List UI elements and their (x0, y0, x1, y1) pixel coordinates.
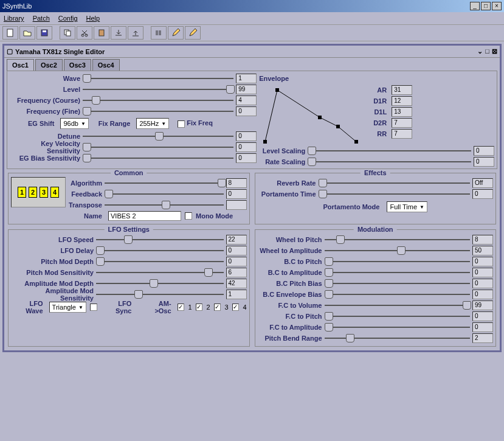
algo-label: Algorithm (68, 179, 105, 187)
fixrange-combo[interactable]: 255Hz (136, 118, 169, 129)
toolbar (0, 24, 504, 41)
d1r-value[interactable]: 12 (392, 96, 412, 106)
app-title: JSynthLib (2, 2, 32, 10)
feedback-slider[interactable] (105, 190, 224, 198)
algorithm-diagram: 1234 (11, 177, 66, 207)
level-slider[interactable] (83, 85, 233, 94)
lfodelay-slider[interactable] (96, 246, 224, 255)
edit-icon[interactable] (168, 26, 184, 40)
menu-patch[interactable]: Patch (33, 15, 50, 22)
menu-config[interactable]: Config (58, 15, 78, 22)
lvlscale-slider[interactable] (308, 147, 471, 155)
lfosync-checkbox[interactable] (90, 304, 97, 311)
import-icon[interactable] (111, 26, 126, 40)
name-label: Name (68, 212, 105, 220)
new-icon[interactable] (2, 26, 18, 40)
porta-slider[interactable] (319, 190, 471, 198)
ar-label: AR (371, 86, 389, 94)
pms-slider[interactable] (96, 268, 224, 277)
section-common: Common 1234 Algorithm8 Feedback0 Transpo… (8, 173, 250, 224)
minimize-button[interactable]: _ (470, 2, 480, 10)
wp-slider[interactable] (325, 235, 471, 244)
bca-label: B.C to Amplitude (258, 269, 325, 276)
lfospeed-slider[interactable] (96, 235, 224, 244)
transpose-slider[interactable] (105, 201, 224, 209)
algo-value: 8 (226, 178, 247, 188)
algo-slider[interactable] (105, 179, 224, 187)
lfospeed-value: 22 (226, 235, 247, 245)
amd-value: 42 (226, 279, 247, 288)
pbr-slider[interactable] (325, 334, 471, 342)
iconify-icon[interactable]: ⌄ (477, 47, 483, 55)
fca-label: F.C to Amplitude (258, 324, 325, 331)
am3-checkbox[interactable] (214, 304, 221, 311)
svg-rect-7 (99, 30, 104, 36)
menu-help[interactable]: Help (86, 15, 100, 22)
play-icon[interactable] (151, 26, 167, 40)
ams-slider[interactable] (96, 290, 224, 299)
egbs-slider[interactable] (83, 154, 233, 162)
close-button[interactable]: × (492, 2, 502, 10)
rr-value[interactable]: 7 (392, 129, 412, 139)
bcp-value: 0 (472, 257, 493, 266)
menubar: Library Patch Config Help (0, 12, 504, 24)
am2-checkbox[interactable] (196, 304, 203, 311)
egshift-combo[interactable]: 96db (60, 118, 88, 129)
mono-checkbox[interactable] (185, 212, 192, 220)
pbr-value: 2 (472, 333, 493, 343)
svg-rect-2 (43, 30, 46, 32)
tab-osc4[interactable]: Osc4 (92, 59, 120, 71)
wa-slider[interactable] (325, 246, 471, 255)
bcpb-slider[interactable] (325, 279, 471, 288)
svg-rect-10 (318, 116, 322, 119)
detune-slider[interactable] (83, 132, 233, 141)
wave-slider[interactable] (83, 74, 233, 83)
bcp-slider[interactable] (325, 257, 471, 266)
wp-label: Wheel to Pitch (258, 236, 325, 243)
ratescale-slider[interactable] (308, 158, 471, 166)
d2r-value[interactable]: 7 (392, 118, 412, 128)
d1l-label: D1L (371, 108, 389, 116)
maximize-icon[interactable]: □ (485, 47, 489, 55)
open-icon[interactable] (19, 26, 35, 40)
fca-slider[interactable] (325, 323, 471, 332)
detune-value: 0 (236, 131, 257, 141)
close-icon[interactable]: ⊠ (492, 47, 497, 55)
level-label: Level (10, 86, 83, 93)
tab-osc1[interactable]: Osc1 (7, 59, 34, 71)
osc-tabs: Osc1 Osc2 Osc3 Osc4 (4, 58, 500, 71)
amd-slider[interactable] (96, 279, 224, 288)
reverb-slider[interactable] (319, 179, 471, 187)
ar-value[interactable]: 31 (392, 85, 412, 95)
fixfreq-checkbox[interactable] (178, 120, 185, 128)
ratescale-label: Rate Scaling (259, 158, 308, 165)
pmode-combo[interactable]: Full Time (387, 201, 427, 212)
cut-icon[interactable] (77, 26, 92, 40)
paste-icon[interactable] (94, 26, 109, 40)
save-icon[interactable] (36, 26, 52, 40)
bceb-slider[interactable] (325, 290, 471, 299)
d1l-value[interactable]: 13 (392, 107, 412, 117)
am4-checkbox[interactable] (232, 304, 240, 311)
fcv-slider[interactable] (325, 301, 471, 310)
menu-library[interactable]: Library (4, 15, 24, 22)
d2r-label: D2R (371, 119, 389, 127)
lfowave-combo[interactable]: Triangle (49, 302, 86, 313)
maximize-button[interactable]: □ (481, 2, 491, 10)
freqc-slider[interactable] (83, 96, 233, 105)
freqf-slider[interactable] (83, 107, 233, 116)
copy-icon[interactable] (60, 26, 75, 40)
tab-osc3[interactable]: Osc3 (64, 59, 91, 71)
fcp-value: 0 (472, 311, 493, 321)
pmd-slider[interactable] (96, 257, 224, 266)
lfowave-label: LFO Wave (11, 300, 46, 314)
bca-slider[interactable] (325, 268, 471, 277)
name-field[interactable] (108, 211, 181, 221)
freqf-value: 0 (236, 106, 257, 116)
export-icon[interactable] (128, 26, 143, 40)
kvs-slider[interactable] (83, 143, 233, 151)
fcp-slider[interactable] (325, 312, 471, 321)
edit2-icon[interactable] (185, 26, 201, 40)
tab-osc2[interactable]: Osc2 (35, 59, 63, 71)
am1-checkbox[interactable] (178, 304, 185, 311)
